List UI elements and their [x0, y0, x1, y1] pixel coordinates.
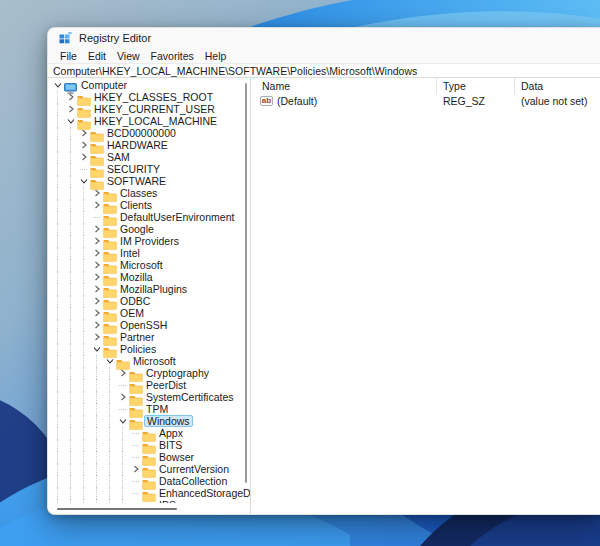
tree-item-defaultuserenvironment[interactable]: DefaultUserEnvironment [48, 211, 250, 223]
tree-item-bits[interactable]: BITS [48, 439, 250, 451]
value-type: REG_SZ [437, 95, 515, 107]
tree-guide-line [122, 463, 123, 475]
tree-item-cryptography[interactable]: Cryptography [48, 367, 250, 379]
tree-guide-line [109, 439, 110, 451]
chevron-right-icon[interactable] [92, 223, 102, 235]
tree-item-microsoft[interactable]: Microsoft [48, 259, 250, 271]
column-header-name[interactable]: Name [251, 78, 437, 94]
chevron-right-icon[interactable] [66, 91, 76, 103]
chevron-right-icon[interactable] [92, 283, 102, 295]
tree-item-label: MozillaPlugins [118, 283, 189, 295]
menu-favorites[interactable]: Favorites [149, 50, 196, 62]
tree-item-partner[interactable]: Partner [48, 331, 250, 343]
chevron-down-icon[interactable] [79, 175, 89, 187]
tree-guide-line [83, 223, 84, 235]
tree-item-systemcertificates[interactable]: SystemCertificates [48, 391, 250, 403]
chevron-right-icon[interactable] [92, 199, 102, 211]
menu-file[interactable]: File [58, 50, 79, 62]
tree-guide-line [70, 487, 71, 499]
chevron-right-icon[interactable] [92, 295, 102, 307]
chevron-right-icon[interactable] [66, 103, 76, 115]
tree-item-tpm[interactable]: TPM [48, 403, 250, 415]
tree-guide-line [70, 151, 71, 163]
tree-item-hkey-current-user[interactable]: HKEY_CURRENT_USER [48, 103, 250, 115]
chevron-right-icon[interactable] [92, 331, 102, 343]
tree-guide-line [70, 391, 71, 403]
tree-guide-line [57, 439, 58, 451]
tree-guide-line [83, 295, 84, 307]
tree-item-hkey-local-machine[interactable]: HKEY_LOCAL_MACHINE [48, 115, 250, 127]
tree-item-policies[interactable]: Policies [48, 343, 250, 355]
tree-item-datacollection[interactable]: DataCollection [48, 475, 250, 487]
menu-view[interactable]: View [115, 50, 142, 62]
tree-pane-rows: ComputerHKEY_CLASSES_ROOTHKEY_CURRENT_US… [48, 78, 250, 514]
tree-item-google[interactable]: Google [48, 223, 250, 235]
chevron-right-icon[interactable] [92, 187, 102, 199]
folder-icon [129, 380, 143, 391]
chevron-down-icon[interactable] [118, 415, 128, 427]
chevron-right-icon[interactable] [79, 139, 89, 151]
chevron-right-icon[interactable] [118, 367, 128, 379]
chevron-right-icon[interactable] [92, 271, 102, 283]
tree-item-label: SECURITY [105, 163, 162, 175]
tree-item-openssh[interactable]: OpenSSH [48, 319, 250, 331]
tree-item-hardware[interactable]: HARDWARE [48, 139, 250, 151]
tree-item-bcd00000000[interactable]: BCD00000000 [48, 127, 250, 139]
tree-item-label: Windows [144, 415, 193, 427]
value-row-default[interactable]: ab(Default)REG_SZ(value not set) [251, 94, 600, 108]
tree-item-oem[interactable]: OEM [48, 307, 250, 319]
menu-edit[interactable]: Edit [86, 50, 108, 62]
tree-item-microsoft[interactable]: Microsoft [48, 355, 250, 367]
tree-item-mozillaplugins[interactable]: MozillaPlugins [48, 283, 250, 295]
chevron-right-icon[interactable] [92, 235, 102, 247]
tree-item-im-providers[interactable]: IM Providers [48, 235, 250, 247]
chevron-down-icon[interactable] [105, 355, 115, 367]
chevron-right-icon[interactable] [131, 463, 141, 475]
tree-item-security[interactable]: SECURITY [48, 163, 250, 175]
column-header-data[interactable]: Data [515, 78, 600, 94]
tree-item-label: HARDWARE [105, 139, 170, 151]
tree-vertical-scrollbar[interactable] [245, 83, 247, 483]
tree-guide-line [109, 391, 110, 403]
tree-item-sam[interactable]: SAM [48, 151, 250, 163]
chevron-down-icon[interactable] [53, 79, 63, 91]
folder-icon [142, 440, 156, 451]
chevron-down-icon[interactable] [66, 115, 76, 127]
tree-item-windows[interactable]: Windows [48, 415, 250, 427]
tree-horizontal-scrollbar[interactable] [57, 508, 177, 510]
chevron-right-icon[interactable] [92, 259, 102, 271]
tree-connector-stub [119, 409, 126, 410]
tree-item-bowser[interactable]: Bowser [48, 451, 250, 463]
tree-item-clients[interactable]: Clients [48, 199, 250, 211]
tree-item-intel[interactable]: Intel [48, 247, 250, 259]
tree-item-mozilla[interactable]: Mozilla [48, 271, 250, 283]
chevron-right-icon[interactable] [118, 391, 128, 403]
window-title: Registry Editor [79, 32, 151, 44]
chevron-down-icon[interactable] [92, 343, 102, 355]
registry-editor-app-icon [59, 32, 72, 44]
chevron-right-icon[interactable] [79, 127, 89, 139]
tree-connector-stub [132, 457, 139, 458]
folder-icon [103, 296, 117, 307]
computer-icon [64, 80, 78, 91]
tree-item-peerdist[interactable]: PeerDist [48, 379, 250, 391]
chevron-right-icon[interactable] [79, 151, 89, 163]
tree-item-classes[interactable]: Classes [48, 187, 250, 199]
tree-guide-line [70, 259, 71, 271]
tree-item-appx[interactable]: Appx [48, 427, 250, 439]
chevron-right-icon[interactable] [92, 319, 102, 331]
tree-item-currentversion[interactable]: CurrentVersion [48, 463, 250, 475]
tree-item-software[interactable]: SOFTWARE [48, 175, 250, 187]
tree-guide-line [57, 103, 58, 115]
chevron-right-icon[interactable] [92, 307, 102, 319]
tree-item-hkey-classes-root[interactable]: HKEY_CLASSES_ROOT [48, 91, 250, 103]
tree-guide-line [83, 235, 84, 247]
tree-item-enhancedstoragedevices[interactable]: EnhancedStorageDevices [48, 487, 250, 499]
tree-connector-stub [119, 385, 126, 386]
address-bar-input[interactable] [48, 63, 600, 78]
tree-item-odbc[interactable]: ODBC [48, 295, 250, 307]
tree-item-computer[interactable]: Computer [48, 79, 250, 91]
column-header-type[interactable]: Type [437, 78, 515, 94]
menu-help[interactable]: Help [203, 50, 229, 62]
chevron-right-icon[interactable] [92, 247, 102, 259]
